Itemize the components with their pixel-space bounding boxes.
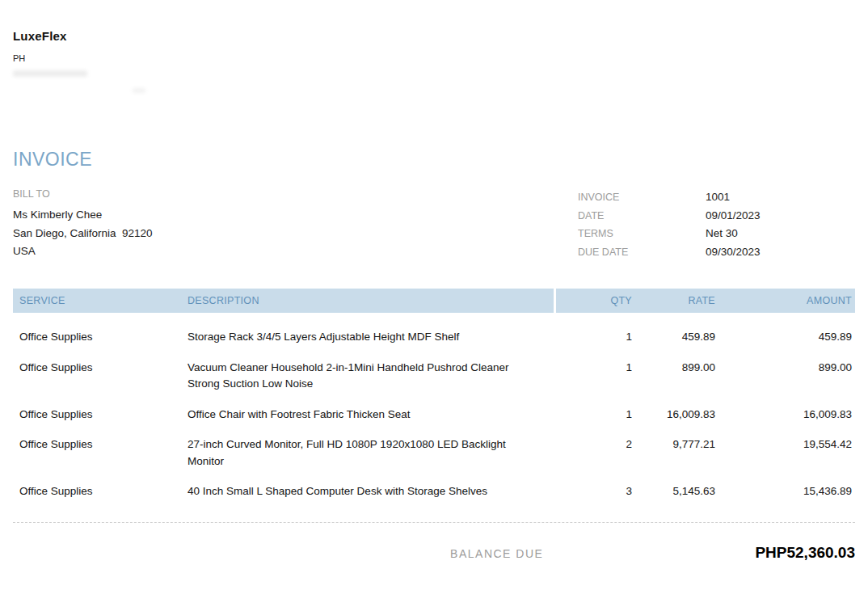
qty-cell: 1 — [554, 350, 638, 397]
invoice-table-body: Office SuppliesStorage Rack 3/4/5 Layers… — [13, 313, 855, 504]
description-cell: 27-inch Curved Monitor, Full HD 1080P 19… — [175, 427, 554, 474]
amount-cell: 899.00 — [722, 350, 855, 397]
amount-cell: 459.89 — [722, 313, 855, 350]
meta-label: DATE — [578, 207, 706, 226]
invoice-terms-value: Net 30 — [706, 225, 738, 243]
rate-cell: 16,009.83 — [638, 397, 722, 428]
qty-cell: 1 — [554, 397, 638, 428]
line-items-table: SERVICE DESCRIPTION QTY RATE AMOUNT Offi… — [13, 289, 855, 504]
table-row: Office Supplies27-inch Curved Monitor, F… — [13, 427, 855, 474]
service-cell: Office Supplies — [13, 427, 175, 474]
balance-due-label: BALANCE DUE — [450, 547, 543, 560]
bill-to-address: San Diego, California 92120 — [13, 225, 153, 243]
balance-due-row: BALANCE DUE PHP52,360.03 — [13, 544, 855, 562]
amount-cell: 16,009.83 — [722, 397, 855, 428]
meta-row-due-date: DUE DATE 09/30/2023 — [578, 243, 855, 262]
company-header: LuxeFlex PH — [13, 29, 855, 93]
company-country: PH — [13, 53, 855, 63]
service-cell: Office Supplies — [13, 313, 175, 350]
description-cell: Vacuum Cleaner Household 2-in-1Mini Hand… — [175, 350, 554, 397]
rate-cell: 459.89 — [638, 313, 722, 350]
description-cell: 40 Inch Small L Shaped Computer Desk wit… — [175, 474, 554, 504]
amount-cell: 15,436.89 — [722, 474, 855, 504]
invoice-number-value: 1001 — [706, 188, 730, 207]
meta-label: DUE DATE — [578, 243, 706, 262]
description-cell: Storage Rack 3/4/5 Layers Adjustable Hei… — [175, 313, 554, 350]
meta-row-invoice-number: INVOICE 1001 — [578, 188, 855, 207]
table-row: Office SuppliesVacuum Cleaner Household … — [13, 350, 855, 397]
header-rate: RATE — [638, 289, 722, 313]
table-header: SERVICE DESCRIPTION QTY RATE AMOUNT — [13, 289, 855, 313]
qty-cell: 3 — [554, 474, 638, 504]
bill-to-name: Ms Kimberly Chee — [13, 206, 153, 225]
rate-cell: 899.00 — [638, 350, 722, 397]
header-service: SERVICE — [13, 289, 175, 313]
description-cell: Office Chair with Footrest Fabric Thicke… — [175, 397, 554, 428]
rate-cell: 9,777.21 — [638, 427, 722, 474]
service-cell: Office Supplies — [13, 397, 175, 428]
bill-to-block: BILL TO Ms Kimberly Chee San Diego, Cali… — [13, 188, 153, 261]
meta-label: INVOICE — [578, 188, 706, 207]
meta-row-date: DATE 09/01/2023 — [578, 207, 855, 226]
table-row: Office SuppliesOffice Chair with Footres… — [13, 397, 855, 428]
meta-label: TERMS — [578, 225, 706, 243]
balance-due-amount: PHP52,360.03 — [755, 544, 855, 562]
invoice-meta-block: INVOICE 1001 DATE 09/01/2023 TERMS Net 3… — [578, 188, 855, 261]
table-row: Office Supplies40 Inch Small L Shaped Co… — [13, 474, 855, 504]
faded-contact-info — [13, 70, 87, 77]
company-name: LuxeFlex — [13, 29, 855, 43]
table-header-row: SERVICE DESCRIPTION QTY RATE AMOUNT — [13, 289, 855, 313]
bill-to-label: BILL TO — [13, 188, 153, 200]
faded-contact-mark — [133, 88, 145, 93]
invoice-due-date-value: 09/30/2023 — [706, 243, 761, 262]
header-qty: QTY — [554, 289, 638, 313]
amount-cell: 19,554.42 — [722, 427, 855, 474]
table-row: Office SuppliesStorage Rack 3/4/5 Layers… — [13, 313, 855, 350]
bill-to-country: USA — [13, 242, 153, 261]
invoice-document: LuxeFlex PH INVOICE BILL TO Ms Kimberly … — [0, 0, 868, 607]
rate-cell: 5,145.63 — [638, 474, 722, 504]
qty-cell: 2 — [554, 427, 638, 474]
qty-cell: 1 — [554, 313, 638, 350]
billing-section: BILL TO Ms Kimberly Chee San Diego, Cali… — [13, 188, 855, 261]
dashed-divider — [13, 522, 855, 523]
header-description: DESCRIPTION — [175, 289, 554, 313]
service-cell: Office Supplies — [13, 474, 175, 504]
invoice-date-value: 09/01/2023 — [706, 207, 761, 226]
header-amount: AMOUNT — [722, 289, 855, 313]
meta-row-terms: TERMS Net 30 — [578, 225, 855, 243]
invoice-title: INVOICE — [13, 148, 855, 171]
service-cell: Office Supplies — [13, 350, 175, 397]
